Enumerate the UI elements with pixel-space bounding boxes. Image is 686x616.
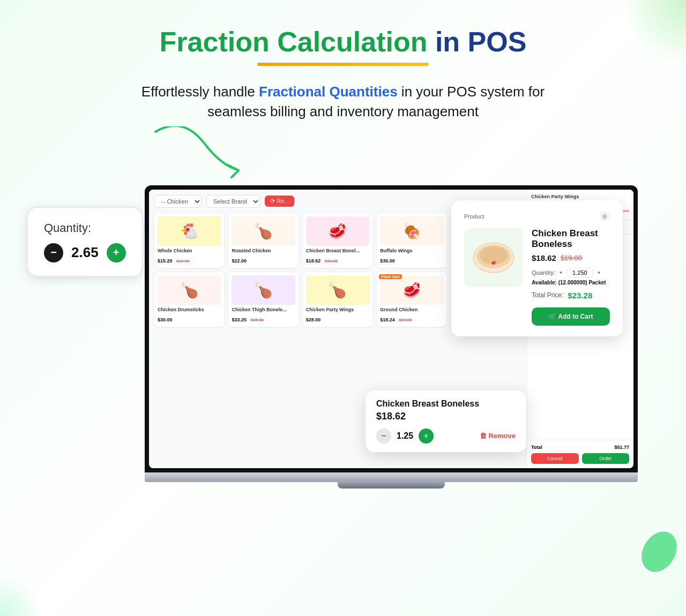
quantity-increase-button[interactable]: + (107, 243, 126, 262)
laptop-base (145, 472, 638, 482)
popup-header: Product ⊗ (464, 211, 610, 222)
popup-available-unit: Packet (588, 280, 606, 286)
laptop-stand (338, 482, 445, 489)
popup-content: 🥩 Chicken Breast Boneless $18.62 $19.00 … (464, 228, 610, 326)
cart-detail-popup: Chicken Breast Boneless $18.62 − 1.25 + … (366, 390, 526, 452)
product-name: Buffalo Wings (380, 248, 443, 254)
subtitle-plain: Effortlessly handle (141, 84, 255, 100)
quantity-card-label: Quantity: (44, 221, 126, 235)
popup-total-label: Total Price: (532, 291, 563, 299)
page-title: Fraction Calculation in POS (11, 27, 675, 57)
popup-info: Chicken Breast Boneless $18.62 $19.00 Qu… (532, 228, 610, 326)
product-image: 🐔 (158, 216, 221, 246)
popup-qty-label: Quantity: (532, 269, 555, 276)
title-in: in (435, 26, 460, 57)
product-card[interactable]: 🍗 Chicken Thigh Bonele... $33.25 $35.00 (228, 272, 298, 327)
product-price-row: $18.62 $19.00 (306, 255, 369, 265)
quantity-decrease-button[interactable]: − (44, 243, 63, 262)
product-image: 🥩 (380, 275, 443, 305)
product-price: $28.00 (306, 317, 321, 322)
product-price: $18.62 (306, 258, 321, 264)
popup-close-button[interactable]: ⊗ (599, 211, 610, 222)
popup-price: $18.62 (532, 253, 556, 262)
page-subtitle: Effortlessly handle Fractional Quantitie… (134, 82, 552, 121)
product-price: $18.24 (380, 317, 395, 322)
laptop-wrapper: -- Chicken Select Brand ⟳ Re... 🐔 W (145, 185, 638, 489)
product-price-row: $22.00 (232, 255, 295, 265)
product-name: Chicken Thigh Bonele... (232, 307, 295, 313)
product-name: Chicken Drumsticks (158, 307, 221, 313)
product-card[interactable]: 🐔 Whole Chicken $15.20 $16.00 (154, 213, 224, 268)
popup-label: Product (464, 213, 484, 220)
product-card[interactable]: Flash Sale 🥩 Ground Chicken $18.24 $19.0… (377, 272, 446, 327)
title-calculation: Calculation (277, 26, 435, 57)
popup-available-label: Available: (532, 280, 557, 286)
popup-orig-price: $19.00 (561, 254, 582, 262)
popup-qty-input[interactable] (566, 268, 593, 277)
cart-detail-increase-button[interactable]: + (419, 429, 434, 444)
product-detail-popup: Product ⊗ 🥩 Chi (451, 200, 623, 336)
product-orig-price: $16.00 (176, 259, 189, 264)
flash-sale-badge: Flash Sale (379, 274, 402, 279)
product-image: 🍖 (380, 216, 443, 246)
popup-available: Available: (12.000000) Packet (532, 280, 610, 286)
product-price-row: $35.00 (380, 255, 443, 265)
cart-total-row: Total $51.77 (531, 445, 629, 450)
reset-filter-button[interactable]: ⟳ Re... (265, 196, 294, 207)
product-image: 🥩 (306, 216, 369, 246)
product-price: $30.00 (158, 317, 173, 322)
page-header: Fraction Calculation in POS Effortlessly… (0, 0, 686, 132)
product-image: 🍗 (158, 275, 221, 305)
product-card[interactable]: 🍗 Roasted Chicken $22.00 (228, 213, 298, 268)
product-image: 🍗 (306, 275, 369, 305)
popup-qty-dot: ● (560, 270, 562, 275)
cart-detail-remove-button[interactable]: 🗑 Remove (480, 432, 516, 440)
product-name: Chicken Party Wings (306, 307, 369, 313)
product-card[interactable]: 🥩 Chicken Breast Bonel... $18.62 $19.00 (303, 213, 372, 268)
product-name: Whole Chicken (158, 248, 221, 254)
cart-item-name: Chicken Party Wings (531, 194, 629, 199)
cart-detail-controls: − 1.25 + 🗑 Remove (376, 429, 516, 444)
quantity-card: Quantity: − 2.65 + (27, 207, 143, 277)
laptop-screen: -- Chicken Select Brand ⟳ Re... 🐔 W (149, 190, 633, 468)
popup-total-row: Total Price: $23.28 (532, 291, 610, 300)
brand-filter[interactable]: Select Brand (206, 195, 260, 208)
add-to-cart-button[interactable]: 🛒 Add to Cart (532, 307, 610, 326)
popup-price-row: $18.62 $19.00 (532, 253, 610, 262)
cart-actions: Cancel Order (531, 453, 629, 464)
cart-detail-price: $18.62 (376, 411, 516, 422)
popup-qty-dot2: ● (598, 270, 600, 275)
leaf-decoration-left (0, 573, 43, 616)
product-orig-price: $19.00 (325, 259, 338, 264)
main-content: Quantity: − 2.65 + -- Chicken (0, 164, 686, 499)
popup-available-value: (12.000000) (558, 280, 587, 286)
laptop-screen-area: -- Chicken Select Brand ⟳ Re... 🐔 W (145, 185, 638, 472)
product-name: Chicken Breast Bonel... (306, 248, 369, 254)
product-price-row: $30.00 (158, 314, 221, 324)
product-image: 🍗 (232, 275, 295, 305)
cart-cancel-button[interactable]: Cancel (531, 453, 579, 464)
svg-text:🥩: 🥩 (491, 260, 496, 265)
popup-total-value: $23.28 (568, 291, 592, 300)
popup-qty-row: Quantity: ● ● (532, 268, 610, 277)
category-filter[interactable]: -- Chicken (154, 195, 202, 208)
cart-order-button[interactable]: Order (582, 453, 630, 464)
product-price-row: $33.25 $35.00 (232, 314, 295, 324)
product-price: $33.25 (232, 317, 247, 322)
product-card[interactable]: 🍗 Chicken Party Wings $28.00 (303, 272, 372, 327)
product-image: 🍗 (232, 216, 295, 246)
cart-total-label: Total (531, 445, 542, 450)
product-price-row: $28.00 (306, 314, 369, 324)
product-orig-price: $35.00 (250, 318, 263, 322)
product-card[interactable]: 🍖 Buffalo Wings $35.00 (377, 213, 446, 268)
product-card[interactable]: 🍗 Chicken Drumsticks $30.00 (154, 272, 224, 327)
quantity-controls: − 2.65 + (44, 243, 126, 262)
product-price: $22.00 (232, 258, 247, 264)
title-underline (257, 63, 429, 66)
product-orig-price: $19.00 (399, 318, 412, 322)
product-price-row: $18.24 $19.00 (380, 314, 443, 324)
cart-total-value: $51.77 (614, 445, 629, 450)
cart-detail-decrease-button[interactable]: − (376, 429, 391, 444)
product-price: $15.20 (158, 258, 173, 264)
cart-detail-qty-value: 1.25 (397, 431, 413, 441)
